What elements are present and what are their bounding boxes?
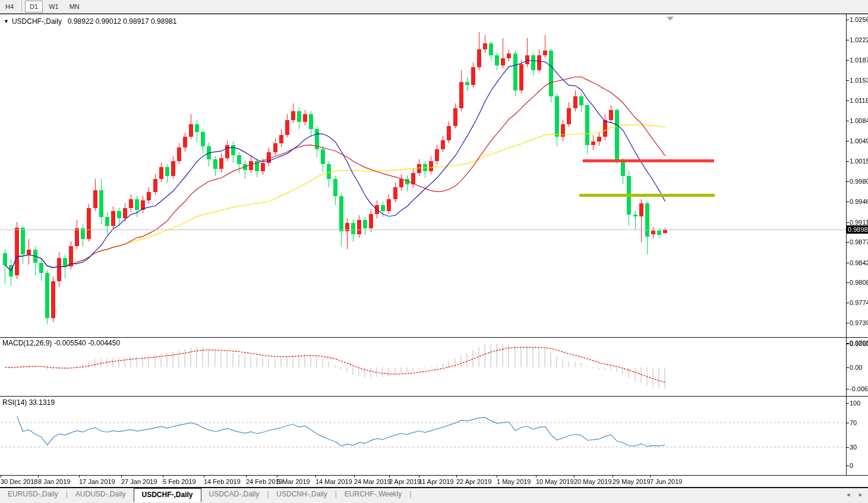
timeframe-button-h4[interactable]: H4 [1,1,18,12]
price-axis-tick [846,60,849,61]
toolbar-separator [21,1,22,12]
price-axis-label: 1.01530 [850,77,868,84]
indicator-axis-label: 0 [850,462,853,469]
price-axis-tick [846,141,849,142]
symbol-dropdown-arrow-icon[interactable]: ▼ [4,18,9,24]
tab-usdchf-daily[interactable]: USDCHF-,Daily [134,488,201,502]
date-axis-label: 29 May 2019 [613,478,651,485]
date-axis-tick [204,475,204,477]
date-axis-label: 5 Mar 2019 [277,478,310,485]
date-axis-tick [497,475,497,477]
current-price-badge: 0.98981 [846,225,868,234]
date-axis-label: 10 May 2019 [536,478,574,485]
indicator-axis-label: 0.00 [850,364,862,371]
date-axis-tick [650,475,651,477]
macd-panel-plot[interactable] [0,338,846,395]
date-axis-label: 1 May 2019 [497,478,531,485]
chart-title-ohlc: 0.98922 0.99012 0.98917 0.98981 [68,17,177,26]
tab-usdcad-daily[interactable]: USDCAD-,Daily [201,488,267,501]
date-axis-label: 24 Mar 2019 [354,478,391,485]
price-axis-tick [846,242,849,243]
date-axis-label: 8 Jan 2019 [38,478,70,485]
price-axis-label: 0.99110 [850,219,868,226]
date-axis-label: 14 Feb 2019 [204,478,241,485]
tab-audusd-daily[interactable]: AUDUSD-,Daily [68,488,134,501]
date-axis-label: 20 May 2019 [574,478,612,485]
tab-separator: | [409,488,411,501]
price-axis-label: 1.00840 [850,117,868,124]
support-line[interactable] [579,194,715,197]
timeframe-toolbar: H4D1W1MN [0,0,868,14]
price-axis-tick [846,100,849,101]
date-axis-tick [574,475,575,477]
autoscroll-marker-icon[interactable] [667,17,674,21]
date-axis-tick [536,475,536,477]
price-axis-tick [846,263,849,263]
date-axis-tick [389,475,390,477]
price-axis-label: 1.02560 [850,16,868,23]
date-axis-tick [38,475,39,477]
scroll-right-icon[interactable]: ► [858,492,863,498]
date-axis-label: 27 Jan 2019 [121,478,157,485]
tab-eurchf-weekly[interactable]: EURCHF-,Weekly [337,488,409,501]
indicator-axis-tick [846,389,849,389]
price-axis-tick [846,161,849,162]
price-axis-label: 0.99460 [850,198,868,205]
indicator-axis-tick [846,423,849,423]
price-axis-tick [846,40,849,40]
price-axis-tick [846,181,849,182]
date-axis-label: 11 Apr 2019 [419,478,454,485]
tab-eurusd-daily[interactable]: EURUSD-,Daily [0,488,66,501]
chart-title-symbol: USDCHF-,Daily [12,17,62,26]
rsi-label: RSI(14) 33.1319 [2,398,55,407]
date-axis-label: 7 Jun 2019 [650,478,682,485]
date-axis-tick [121,475,122,477]
price-axis-label: 1.00490 [850,137,868,144]
date-axis-tick [246,475,247,477]
date-axis-label: 5 Feb 2019 [163,478,196,485]
date-axis-label: 30 Dec 2018 [1,478,37,485]
trading-platform-window: H4D1W1MN ▼USDCHF-,Daily0.98922 0.99012 0… [0,0,868,503]
date-axis-tick [1,475,1,477]
date-axis-label: 14 Mar 2019 [315,478,352,485]
price-axis-label: 0.98420 [850,259,868,266]
macd-label: MACD(12,26,9) -0.005540 -0.004450 [2,339,120,347]
price-axis-label: 1.01870 [850,56,868,64]
indicator-axis-label: 0.006058 [850,340,868,347]
date-axis-tick [315,475,316,477]
price-axis-tick [846,202,849,202]
date-axis-label: 17 Jan 2019 [79,478,115,485]
indicator-axis-tick [846,403,849,404]
timeframe-button-d1[interactable]: D1 [25,1,43,12]
date-axis-tick [79,475,80,477]
price-axis-tick [846,121,849,121]
price-axis-tick [846,323,849,323]
price-axis-tick [846,80,849,81]
chart-title: ▼USDCHF-,Daily0.98922 0.99012 0.98917 0.… [4,17,176,26]
indicator-axis-label: 100 [850,400,860,407]
price-axis-label: 1.02220 [850,36,868,43]
tab-usdcnh-daily[interactable]: USDCNH-,Daily [269,488,334,501]
tab-scrollbar: ◄ ► [845,492,863,498]
price-axis-label: 0.97740 [850,299,868,306]
price-axis-label: 0.98770 [850,238,868,246]
indicator-axis-label: 30 [850,444,857,451]
price-axis-tick [846,222,849,223]
date-axis-tick [419,475,419,477]
resistance-line[interactable] [583,159,714,162]
main-chart-plot[interactable] [0,14,846,337]
indicator-axis-tick [846,367,849,368]
indicator-axis-tick [846,466,849,466]
timeframe-button-mn[interactable]: MN [65,1,84,12]
price-axis-label: 1.00150 [850,158,868,165]
indicator-axis-tick [846,447,849,448]
date-axis-label: 22 Apr 2019 [456,478,491,485]
rsi-panel-plot[interactable] [0,397,846,474]
date-axis-tick [277,475,277,477]
price-axis-label: 0.98080 [850,279,868,286]
indicator-axis-label: 70 [850,419,857,426]
price-axis-tick [846,303,849,303]
timeframe-button-w1[interactable]: W1 [44,1,64,12]
date-axis-tick [354,475,355,477]
scroll-left-icon[interactable]: ◄ [845,492,851,498]
